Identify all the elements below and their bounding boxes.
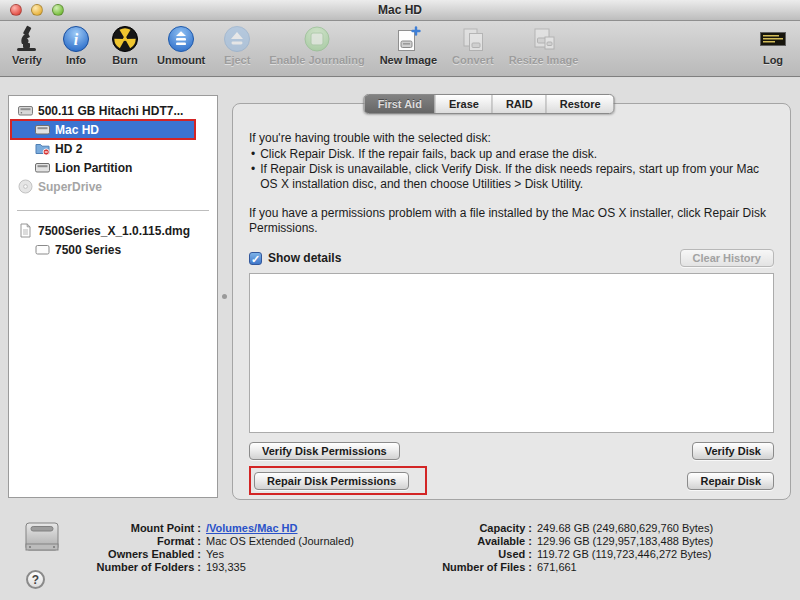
first-aid-panel: First Aid Erase RAID Restore If you're h… [232,103,791,500]
convert-button: Convert [452,24,494,66]
sidebar-item-lion-partition[interactable]: Lion Partition [9,158,217,177]
sidebar-item-hitachi-disk[interactable]: 500.11 GB Hitachi HDT7... [9,101,217,120]
unmount-button[interactable]: Unmount [157,24,205,66]
device-sidebar: 500.11 GB Hitachi HDT7... Mac HD [8,95,218,498]
burn-label: Burn [112,54,138,66]
sidebar-item-label: HD 2 [55,142,82,156]
verify-disk-permissions-button[interactable]: Verify Disk Permissions [249,442,400,460]
burn-icon [110,24,140,54]
new-image-button[interactable]: New Image [380,24,437,66]
format-row: Format : Mac OS Extended (Journaled) [64,535,354,548]
sidebar-item-label: 500.11 GB Hitachi HDT7... [38,104,183,118]
journaling-icon [302,24,332,54]
hard-disk-icon [22,518,62,564]
enable-journaling-button: Enable Journaling [269,24,364,66]
tab-erase[interactable]: Erase [436,95,493,113]
info-label: Info [66,54,86,66]
repair-disk-button[interactable]: Repair Disk [687,472,774,490]
show-details-checkbox-group[interactable]: ✓ Show details [249,251,341,265]
mounted-image-icon [35,242,50,257]
format-label: Format : [64,535,201,547]
sidebar-item-dmg-file[interactable]: 7500Series_X_1.0.115.dmg [9,221,217,240]
capacity-label: Capacity : [409,522,532,534]
verify-disk-button[interactable]: Verify Disk [692,442,774,460]
file-count-row: Number of Files : 671,661 [409,561,713,574]
sidebar-item-superdrive[interactable]: SuperDrive [9,177,217,196]
folder-count-row: Number of Folders : 193,335 [64,561,354,574]
unmount-icon [166,24,196,54]
unmount-label: Unmount [157,54,205,66]
sidebar-item-7500-series[interactable]: 7500 Series [9,240,217,259]
folder-badge-icon [35,141,50,156]
convert-icon [458,24,488,54]
new-image-icon [393,24,423,54]
optical-drive-icon [18,179,33,194]
log-icon [758,24,788,54]
folder-count-label: Number of Folders : [64,561,201,573]
log-label: Log [763,54,783,66]
details-output-box[interactable] [249,273,774,433]
microscope-icon [12,24,42,54]
verify-label: Verify [12,54,42,66]
instructions-intro: If you're having trouble with the select… [249,131,774,146]
used-row: Used : 119.72 GB (119,723,446,272 Bytes) [409,548,713,561]
used-label: Used : [409,548,532,560]
log-button[interactable]: Log [756,24,790,66]
footer-left-column: Mount Point : /Volumes/Mac HD Format : M… [64,522,354,574]
file-count-value: 671,661 [532,561,577,573]
clear-history-button: Clear History [680,249,774,267]
eject-icon [222,24,252,54]
tab-first-aid[interactable]: First Aid [365,95,436,113]
checkbox-checked-icon[interactable]: ✓ [249,252,262,265]
capacity-row: Capacity : 249.68 GB (249,680,629,760 By… [409,522,713,535]
format-value: Mac OS Extended (Journaled) [201,535,354,547]
used-value: 119.72 GB (119,723,446,272 Bytes) [532,548,712,560]
info-icon: i [61,24,91,54]
info-button[interactable]: i Info [59,24,93,66]
sidebar-divider [17,210,209,211]
help-button[interactable]: ? [26,570,45,589]
disk-image-file-icon [18,223,33,238]
annotation-highlight: Repair Disk Permissions [249,466,427,495]
repair-button-row: Repair Disk Permissions Repair Disk [249,466,774,495]
verify-button[interactable]: Verify [10,24,44,66]
pane-splitter-handle[interactable] [222,294,227,299]
available-row: Available : 129.96 GB (129,957,183,488 B… [409,535,713,548]
title-bar: Mac HD [0,0,800,21]
owners-enabled-row: Owners Enabled : Yes [64,548,354,561]
resize-image-button: Resize Image [509,24,579,66]
sidebar-item-mac-hd[interactable]: Mac HD [11,120,195,139]
permissions-note: If you have a permissions problem with a… [249,206,774,236]
tab-restore[interactable]: Restore [547,95,614,113]
first-aid-instructions: If you're having trouble with the select… [249,131,774,236]
sidebar-item-label: 7500Series_X_1.0.115.dmg [38,224,190,238]
owners-enabled-label: Owners Enabled : [64,548,201,560]
enable-journaling-label: Enable Journaling [269,54,364,66]
details-row: ✓ Show details Clear History [249,249,774,267]
owners-enabled-value: Yes [201,548,224,560]
internal-drive-icon [18,103,33,118]
new-image-label: New Image [380,54,437,66]
resize-image-icon [529,24,559,54]
instructions-bullets: Click Repair Disk. If the repair fails, … [249,147,774,192]
svg-text:i: i [74,31,79,48]
convert-label: Convert [452,54,494,66]
content-area: 500.11 GB Hitachi HDT7... Mac HD [0,78,800,600]
repair-disk-permissions-button[interactable]: Repair Disk Permissions [254,472,409,490]
volume-info-footer: Mount Point : /Volumes/Mac HD Format : M… [0,510,800,600]
sidebar-item-label: SuperDrive [38,180,102,194]
sidebar-item-label: 7500 Series [55,243,121,257]
disk-utility-window: Mac HD Verify [0,0,800,600]
capacity-value: 249.68 GB (249,680,629,760 Bytes) [532,522,713,534]
burn-button[interactable]: Burn [108,24,142,66]
bullet-text: Click Repair Disk. If the repair fails, … [260,147,597,162]
mount-point-link[interactable]: /Volumes/Mac HD [206,522,298,534]
volume-icon [35,122,50,137]
mount-point-label: Mount Point : [64,522,201,534]
volume-icon [35,160,50,175]
tab-raid[interactable]: RAID [493,95,547,113]
sidebar-item-hd-2[interactable]: HD 2 [9,139,217,158]
toolbar: Verify i Info [0,21,800,77]
sidebar-item-label: Mac HD [55,123,99,137]
tab-strip: First Aid Erase RAID Restore [364,94,615,114]
